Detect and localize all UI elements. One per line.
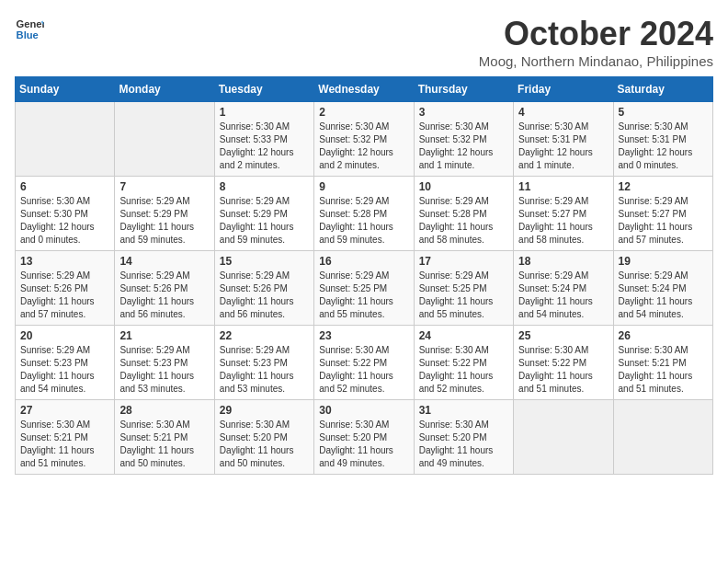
day-number: 18	[518, 255, 608, 268]
svg-text:General: General	[17, 18, 44, 29]
calendar-day-cell: 24Sunrise: 5:30 AM Sunset: 5:22 PM Dayli…	[414, 326, 513, 400]
day-info: Sunrise: 5:30 AM Sunset: 5:22 PM Dayligh…	[319, 344, 408, 396]
day-info: Sunrise: 5:29 AM Sunset: 5:25 PM Dayligh…	[419, 270, 508, 321]
day-number: 31	[419, 404, 508, 417]
day-info: Sunrise: 5:30 AM Sunset: 5:33 PM Dayligh…	[220, 121, 309, 172]
calendar-day-cell: 18Sunrise: 5:29 AM Sunset: 5:24 PM Dayli…	[514, 251, 613, 326]
day-info: Sunrise: 5:30 AM Sunset: 5:20 PM Dayligh…	[220, 419, 309, 470]
day-number: 21	[119, 329, 209, 342]
calendar-day-cell: 30Sunrise: 5:30 AM Sunset: 5:20 PM Dayli…	[314, 400, 414, 475]
day-info: Sunrise: 5:30 AM Sunset: 5:32 PM Dayligh…	[319, 121, 408, 172]
day-number: 25	[518, 329, 608, 342]
day-number: 16	[319, 255, 408, 268]
day-number: 6	[20, 180, 109, 193]
weekday-header-cell: Saturday	[613, 77, 712, 102]
weekday-header-cell: Sunday	[16, 77, 115, 102]
day-info: Sunrise: 5:29 AM Sunset: 5:29 PM Dayligh…	[220, 195, 309, 247]
calendar-day-cell: 23Sunrise: 5:30 AM Sunset: 5:22 PM Dayli…	[314, 326, 414, 400]
calendar-week-row: 6Sunrise: 5:30 AM Sunset: 5:30 PM Daylig…	[16, 177, 713, 251]
day-info: Sunrise: 5:29 AM Sunset: 5:26 PM Dayligh…	[119, 270, 209, 321]
weekday-header-cell: Tuesday	[214, 77, 313, 102]
day-number: 8	[220, 180, 309, 193]
calendar-day-cell	[613, 400, 712, 475]
day-number: 24	[419, 329, 508, 342]
weekday-header-cell: Thursday	[414, 77, 513, 102]
day-number: 2	[319, 106, 408, 119]
day-number: 12	[619, 180, 708, 193]
day-info: Sunrise: 5:29 AM Sunset: 5:25 PM Dayligh…	[319, 270, 408, 321]
calendar-day-cell: 2Sunrise: 5:30 AM Sunset: 5:32 PM Daylig…	[314, 102, 414, 177]
calendar-day-cell: 27Sunrise: 5:30 AM Sunset: 5:21 PM Dayli…	[16, 400, 115, 475]
day-info: Sunrise: 5:30 AM Sunset: 5:21 PM Dayligh…	[20, 419, 109, 470]
day-info: Sunrise: 5:29 AM Sunset: 5:27 PM Dayligh…	[619, 195, 708, 247]
day-number: 5	[619, 106, 708, 119]
calendar-day-cell: 20Sunrise: 5:29 AM Sunset: 5:23 PM Dayli…	[16, 326, 115, 400]
calendar-day-cell: 31Sunrise: 5:30 AM Sunset: 5:20 PM Dayli…	[414, 400, 513, 475]
day-info: Sunrise: 5:30 AM Sunset: 5:21 PM Dayligh…	[619, 344, 708, 396]
day-number: 17	[419, 255, 508, 268]
day-number: 15	[220, 255, 309, 268]
day-info: Sunrise: 5:30 AM Sunset: 5:31 PM Dayligh…	[518, 121, 608, 172]
day-info: Sunrise: 5:29 AM Sunset: 5:26 PM Dayligh…	[20, 270, 109, 321]
calendar-day-cell: 3Sunrise: 5:30 AM Sunset: 5:32 PM Daylig…	[414, 102, 513, 177]
day-info: Sunrise: 5:30 AM Sunset: 5:21 PM Dayligh…	[119, 419, 209, 470]
calendar-day-cell: 8Sunrise: 5:29 AM Sunset: 5:29 PM Daylig…	[214, 177, 313, 251]
calendar-week-row: 20Sunrise: 5:29 AM Sunset: 5:23 PM Dayli…	[16, 326, 713, 400]
calendar-day-cell: 1Sunrise: 5:30 AM Sunset: 5:33 PM Daylig…	[214, 102, 313, 177]
svg-text:Blue: Blue	[17, 29, 39, 40]
calendar-week-row: 13Sunrise: 5:29 AM Sunset: 5:26 PM Dayli…	[16, 251, 713, 326]
calendar-day-cell: 25Sunrise: 5:30 AM Sunset: 5:22 PM Dayli…	[514, 326, 613, 400]
day-number: 27	[20, 404, 109, 417]
day-number: 20	[20, 329, 109, 342]
month-title: October 2024	[479, 15, 713, 53]
calendar-day-cell: 21Sunrise: 5:29 AM Sunset: 5:23 PM Dayli…	[115, 326, 214, 400]
calendar-day-cell: 12Sunrise: 5:29 AM Sunset: 5:27 PM Dayli…	[613, 177, 712, 251]
calendar-day-cell: 11Sunrise: 5:29 AM Sunset: 5:27 PM Dayli…	[514, 177, 613, 251]
day-info: Sunrise: 5:30 AM Sunset: 5:22 PM Dayligh…	[518, 344, 608, 396]
calendar-day-cell: 19Sunrise: 5:29 AM Sunset: 5:24 PM Dayli…	[613, 251, 712, 326]
page-header: General Blue October 2024 Moog, Northern…	[15, 15, 713, 69]
calendar-day-cell: 4Sunrise: 5:30 AM Sunset: 5:31 PM Daylig…	[514, 102, 613, 177]
day-number: 23	[319, 329, 408, 342]
logo: General Blue	[15, 15, 44, 44]
calendar-day-cell: 10Sunrise: 5:29 AM Sunset: 5:28 PM Dayli…	[414, 177, 513, 251]
day-number: 3	[419, 106, 508, 119]
weekday-header-cell: Monday	[115, 77, 214, 102]
day-info: Sunrise: 5:30 AM Sunset: 5:32 PM Dayligh…	[419, 121, 508, 172]
day-number: 19	[619, 255, 708, 268]
calendar-day-cell: 22Sunrise: 5:29 AM Sunset: 5:23 PM Dayli…	[214, 326, 313, 400]
calendar-day-cell: 17Sunrise: 5:29 AM Sunset: 5:25 PM Dayli…	[414, 251, 513, 326]
calendar-body: 1Sunrise: 5:30 AM Sunset: 5:33 PM Daylig…	[16, 102, 713, 475]
day-number: 9	[319, 180, 408, 193]
day-info: Sunrise: 5:29 AM Sunset: 5:28 PM Dayligh…	[419, 195, 508, 247]
day-info: Sunrise: 5:29 AM Sunset: 5:28 PM Dayligh…	[319, 195, 408, 247]
day-info: Sunrise: 5:29 AM Sunset: 5:27 PM Dayligh…	[518, 195, 608, 247]
day-info: Sunrise: 5:29 AM Sunset: 5:29 PM Dayligh…	[119, 195, 209, 247]
calendar-day-cell: 26Sunrise: 5:30 AM Sunset: 5:21 PM Dayli…	[613, 326, 712, 400]
day-info: Sunrise: 5:30 AM Sunset: 5:20 PM Dayligh…	[319, 419, 408, 470]
day-info: Sunrise: 5:30 AM Sunset: 5:30 PM Dayligh…	[20, 195, 109, 247]
day-number: 13	[20, 255, 109, 268]
calendar-day-cell: 14Sunrise: 5:29 AM Sunset: 5:26 PM Dayli…	[115, 251, 214, 326]
day-info: Sunrise: 5:29 AM Sunset: 5:26 PM Dayligh…	[220, 270, 309, 321]
day-info: Sunrise: 5:29 AM Sunset: 5:23 PM Dayligh…	[119, 344, 209, 396]
day-number: 10	[419, 180, 508, 193]
weekday-header-cell: Wednesday	[314, 77, 414, 102]
calendar-day-cell: 29Sunrise: 5:30 AM Sunset: 5:20 PM Dayli…	[214, 400, 313, 475]
calendar-day-cell: 5Sunrise: 5:30 AM Sunset: 5:31 PM Daylig…	[613, 102, 712, 177]
day-number: 28	[119, 404, 209, 417]
day-number: 30	[319, 404, 408, 417]
calendar-day-cell	[16, 102, 115, 177]
weekday-header-cell: Friday	[514, 77, 613, 102]
calendar-table: SundayMondayTuesdayWednesdayThursdayFrid…	[15, 76, 713, 475]
day-number: 29	[220, 404, 309, 417]
day-number: 7	[119, 180, 209, 193]
day-number: 1	[220, 106, 309, 119]
calendar-day-cell: 9Sunrise: 5:29 AM Sunset: 5:28 PM Daylig…	[314, 177, 414, 251]
day-info: Sunrise: 5:30 AM Sunset: 5:31 PM Dayligh…	[619, 121, 708, 172]
weekday-header-row: SundayMondayTuesdayWednesdayThursdayFrid…	[16, 77, 713, 102]
day-info: Sunrise: 5:29 AM Sunset: 5:23 PM Dayligh…	[220, 344, 309, 396]
calendar-day-cell: 7Sunrise: 5:29 AM Sunset: 5:29 PM Daylig…	[115, 177, 214, 251]
day-info: Sunrise: 5:29 AM Sunset: 5:24 PM Dayligh…	[619, 270, 708, 321]
day-number: 26	[619, 329, 708, 342]
